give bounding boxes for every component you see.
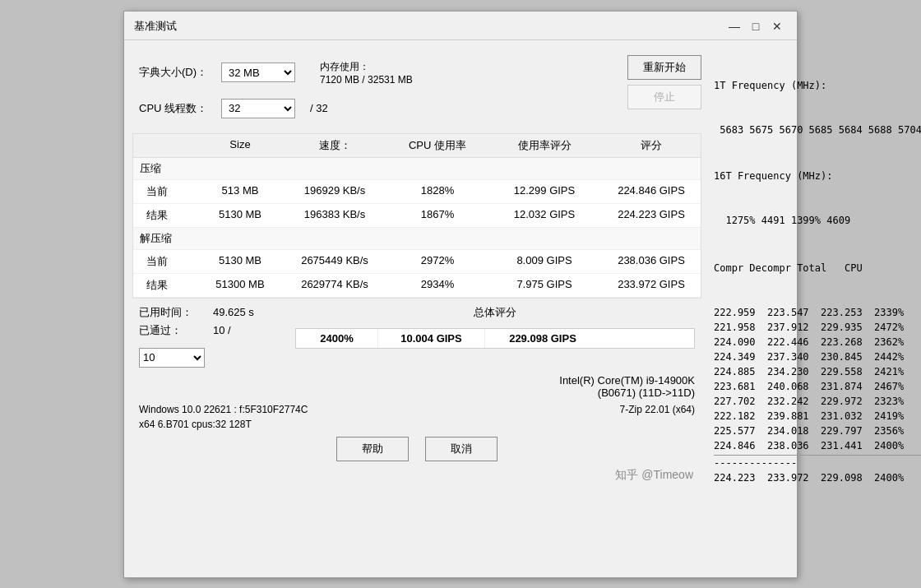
compress-current-cpu: 1828% [388,183,487,201]
compress-result-cpu: 1867% [388,206,487,225]
arch-info-row: x64 6.B701 cpus:32 128T [132,415,701,430]
compress-label: 压缩 [133,158,701,180]
controls-left: 字典大小(D)： 32 MB 内存使用： 7120 MB / 32531 MB … [139,55,611,123]
cancel-button[interactable]: 取消 [425,437,498,461]
passed-value: 10 / [213,324,279,336]
right-table-rows: 222.959 223.547 223.253 2339%221.958 237… [714,305,921,485]
elapsed-label: 已用时间： [139,305,205,320]
right-panel-row: 224.223 233.972 229.098 2400% [714,470,921,485]
compress-result-usage: 12.032 GIPS [487,206,602,225]
mem-value: 7120 MB / 32531 MB [320,74,413,86]
right-panel-row: 224.885 234.230 229.558 2421% [714,364,921,379]
cpu-threads-label: CPU 线程数： [139,101,213,116]
summary-section: 总体评分 2400% 10.004 GIPS 229.098 GIPS [295,305,695,349]
freq-16t-values: 1275% 4491 1399% 4609 [714,213,921,228]
decompress-result-row: 结果 51300 MB 2629774 KB/s 2934% 7.975 GIP… [133,274,701,297]
decompress-result-score: 233.972 GIPS [602,276,701,294]
compress-result-score: 224.223 GIPS [602,206,701,225]
compress-section: 压缩 当前 513 MB 196929 KB/s 1828% 12.299 GI… [133,158,701,228]
decompress-current-size: 5130 MB [199,252,281,271]
main-content: 字典大小(D)： 32 MB 内存使用： 7120 MB / 32531 MB … [124,40,797,577]
right-panel-row: 223.681 240.068 231.874 2467% [714,379,921,394]
window-title: 基准测试 [134,19,177,34]
compress-current-score: 224.846 GIPS [602,183,701,201]
cpu-threads-select[interactable]: 32 [221,99,295,118]
right-panel-row: 221.958 237.912 229.935 2472% [714,320,921,335]
right-panel-row: -------------- [714,455,921,470]
top-controls: 字典大小(D)： 32 MB 内存使用： 7120 MB / 32531 MB … [132,49,701,127]
footer-buttons: 帮助 取消 [132,430,701,468]
cpu-info-line2: (B0671) (11D->11D) [139,387,695,399]
stop-button: 停止 [627,85,701,109]
decompress-current-speed: 2675449 KB/s [281,252,388,271]
passed-row: 已通过： 10 / [139,323,279,338]
col-score: 评分 [602,137,701,155]
close-button[interactable]: ✕ [767,18,787,35]
time-section: 已用时间： 49.625 s 已通过： 10 / 10 [139,305,279,368]
mem-label: 内存使用： [320,60,413,74]
dict-size-label: 字典大小(D)： [139,65,213,80]
right-panel-row: 222.182 239.881 231.032 2419% [714,409,921,424]
overall-cpu-value: 2400% [296,329,378,348]
right-panel-row: 222.959 223.547 223.253 2339% [714,305,921,320]
minimize-button[interactable]: — [724,18,744,35]
bottom-section: 已用时间： 49.625 s 已通过： 10 / 10 总体评 [132,305,701,368]
freq-1t-label: 1T Frequency (MHz): [714,78,921,93]
right-panel-row: 227.702 232.242 229.972 2323% [714,394,921,409]
col-speed: 速度： [281,137,388,155]
col-name [133,137,199,155]
elapsed-value: 49.625 s [213,306,279,318]
dict-size-row: 字典大小(D)： 32 MB 内存使用： 7120 MB / 32531 MB [139,55,611,90]
col-usage-score: 使用率评分 [487,137,602,155]
decompress-result-label: 结果 [133,276,199,294]
right-panel-row: 224.090 222.446 223.268 2362% [714,335,921,350]
maximize-button[interactable]: □ [746,18,766,35]
freq-1t-values: 5683 5675 5670 5685 5684 5688 5704 [714,123,921,137]
decompress-section: 解压缩 当前 5130 MB 2675449 KB/s 2972% 8.009 … [133,228,701,298]
compress-current-row: 当前 513 MB 196929 KB/s 1828% 12.299 GIPS … [133,180,701,204]
compress-current-label: 当前 [133,183,199,201]
compress-result-row: 结果 5130 MB 196383 KB/s 1867% 12.032 GIPS… [133,204,701,227]
cpu-threads-row: CPU 线程数： 32 / 32 [139,94,611,123]
benchmark-table: Size 速度： CPU 使用率 使用率评分 评分 压缩 当前 513 MB 1… [132,133,701,299]
col-size: Size [199,137,281,155]
freq-16t-label: 16T Frequency (MHz): [714,169,921,183]
overall-row: 2400% 10.004 GIPS 229.098 GIPS [295,328,695,349]
col-cpu: CPU 使用率 [388,137,487,155]
decompress-result-usage: 7.975 GIPS [487,276,602,294]
decompress-current-usage: 8.009 GIPS [487,252,602,271]
mem-info: 内存使用： 7120 MB / 32531 MB [320,60,413,86]
decompress-result-cpu: 2934% [388,276,487,294]
help-button[interactable]: 帮助 [336,437,409,461]
right-table-header: Compr Decompr Total CPU [714,261,921,275]
compress-current-speed: 196929 KB/s [281,183,388,201]
compress-result-speed: 196383 KB/s [281,206,388,225]
watermark: 知乎 @Timeow [132,468,701,486]
sys-info-row: Windows 10.0 22621 : f:5F310F2774C 7-Zip… [132,399,701,415]
title-bar: 基准测试 — □ ✕ [124,12,797,40]
dict-size-select[interactable]: 32 MB [221,63,295,82]
main-window: 基准测试 — □ ✕ 字典大小(D)： 32 MB 内 [123,11,798,578]
cpu-threads-max: / 32 [310,102,328,114]
compress-current-size: 513 MB [199,183,281,201]
cpu-info: Intel(R) Core(TM) i9-14900K (B0671) (11D… [132,368,701,399]
zip-info: 7-Zip 22.01 (x64) [620,404,695,415]
compress-current-usage: 12.299 GIPS [487,183,602,201]
decompress-current-score: 238.036 GIPS [602,252,701,271]
decompress-current-row: 当前 5130 MB 2675449 KB/s 2972% 8.009 GIPS… [133,250,701,274]
pass-select-row: 10 [139,348,279,368]
decompress-current-cpu: 2972% [388,252,487,271]
right-panel-row: 225.577 234.018 229.797 2356% [714,424,921,438]
cpu-info-line1: Intel(R) Core(TM) i9-14900K [139,374,695,387]
passed-label: 已通过： [139,323,205,338]
left-panel: 字典大小(D)： 32 MB 内存使用： 7120 MB / 32531 MB … [132,49,701,569]
restart-button[interactable]: 重新开始 [627,55,701,80]
overall-label: 总体评分 [474,305,516,320]
os-info: Windows 10.0 22621 : f:5F310F2774C [139,404,308,415]
right-panel: 1T Frequency (MHz): 5683 5675 5670 5685 … [710,49,921,569]
compress-result-size: 5130 MB [199,206,281,225]
decompress-result-size: 51300 MB [199,276,281,294]
pass-count-select[interactable]: 10 [139,348,205,368]
controls-right: 重新开始 停止 [627,55,701,109]
right-panel-row: 224.349 237.340 230.845 2442% [714,350,921,364]
